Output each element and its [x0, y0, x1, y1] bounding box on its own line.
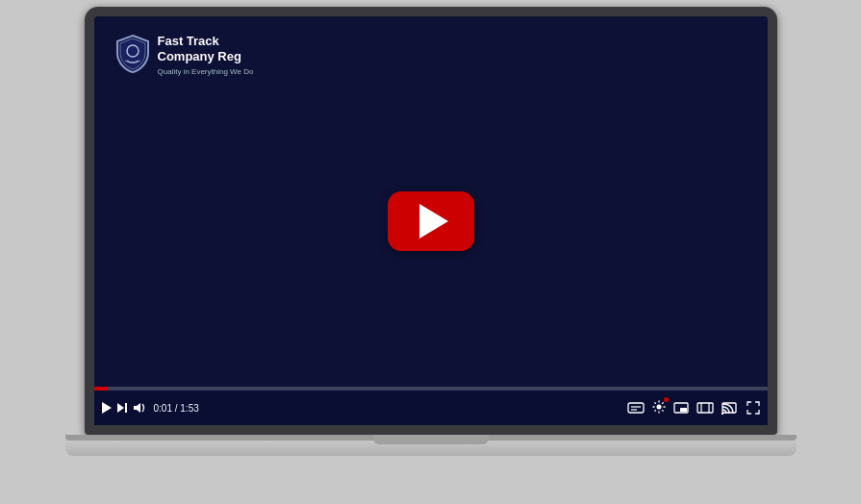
skip-next-button[interactable] [117, 403, 127, 413]
settings-button[interactable] [652, 400, 666, 416]
play-icon [102, 402, 112, 414]
laptop-frame: Fast Track Company Reg Quality in Everyt… [56, 7, 806, 497]
video-player: Fast Track Company Reg Quality in Everyt… [94, 16, 768, 425]
play-button-container[interactable] [388, 191, 474, 251]
cast-button[interactable] [722, 401, 739, 415]
logo-title: Fast Track Company Reg [158, 34, 254, 65]
svg-rect-2 [628, 403, 644, 413]
logo-area: Fast Track Company Reg Quality in Everyt… [115, 34, 254, 76]
laptop-screen-outer: Fast Track Company Reg Quality in Everyt… [85, 7, 777, 435]
captions-button[interactable] [627, 402, 645, 414]
svg-rect-7 [680, 408, 687, 412]
laptop-base [65, 435, 797, 456]
right-controls [627, 400, 760, 416]
svg-rect-8 [697, 403, 713, 413]
play-triangle-icon [419, 204, 448, 239]
miniplayer-button[interactable] [673, 402, 689, 414]
fullscreen-button[interactable] [747, 401, 760, 415]
theater-mode-button[interactable] [696, 402, 714, 414]
logo-text-block: Fast Track Company Reg Quality in Everyt… [158, 34, 254, 76]
time-display: 0:01 / 1:53 [154, 403, 199, 414]
svg-point-5 [656, 404, 661, 409]
youtube-play-button[interactable] [388, 191, 474, 251]
volume-button[interactable] [133, 402, 148, 414]
laptop-notch [373, 435, 489, 444]
controls-bar: 0:01 / 1:53 [94, 391, 768, 425]
settings-notification-dot [664, 397, 669, 402]
play-pause-button[interactable] [102, 402, 112, 414]
logo-subtitle: Quality in Everything We Do [158, 67, 254, 76]
svg-marker-1 [134, 403, 140, 413]
skip-icon [117, 403, 127, 413]
shield-logo-icon [115, 34, 150, 72]
